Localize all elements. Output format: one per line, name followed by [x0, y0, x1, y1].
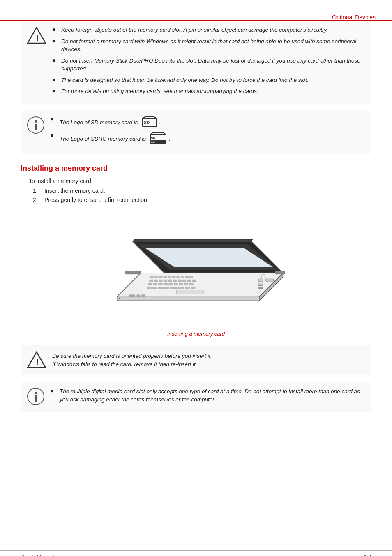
- info-box-1-content: The Logo of SD memory card is SD . The L…: [51, 116, 365, 149]
- svg-rect-24: [177, 276, 180, 278]
- warning-box-1: ! Keep foreign objects out of the memory…: [21, 21, 371, 104]
- warning-item-5: For more details on using memory cards, …: [52, 87, 365, 95]
- svg-rect-66: [125, 271, 141, 274]
- svg-rect-54: [258, 279, 263, 282]
- svg-rect-44: [179, 283, 183, 285]
- info-item-2-1: The multiple digital media card slot onl…: [51, 387, 365, 403]
- svg-rect-45: [184, 283, 188, 285]
- warning-item-3: Do not insert Memory Stick Duo/PRO Duo i…: [52, 57, 365, 73]
- warning-list-1: Keep foreign objects out of the memory c…: [52, 26, 365, 95]
- page-footer: User's Manual 8-4: [0, 550, 392, 556]
- svg-rect-29: [154, 280, 158, 282]
- section-heading: Installing a memory card: [21, 164, 371, 173]
- warning-icon: !: [27, 26, 46, 46]
- warning-item-1: Keep foreign objects out of the memory c…: [52, 26, 365, 34]
- svg-rect-56: [258, 287, 263, 288]
- svg-rect-25: [181, 276, 184, 278]
- svg-rect-58: [265, 279, 273, 281]
- svg-rect-61: [141, 295, 145, 297]
- svg-rect-18: [150, 276, 154, 278]
- svg-rect-42: [169, 283, 173, 285]
- illustration-caption: Inserting a memory card: [167, 331, 225, 337]
- svg-rect-46: [189, 283, 194, 285]
- svg-rect-20: [159, 276, 163, 278]
- svg-text:SD: SD: [151, 136, 155, 140]
- info-icon-1: [27, 116, 45, 134]
- svg-point-3: [35, 120, 37, 123]
- svg-rect-33: [173, 280, 177, 282]
- svg-rect-35: [182, 280, 186, 282]
- svg-rect-51: [185, 287, 190, 289]
- svg-marker-9: [150, 132, 166, 134]
- warning-box-1-content: Keep foreign objects out of the memory c…: [52, 26, 365, 99]
- svg-rect-48: [152, 287, 157, 289]
- svg-text:SD: SD: [144, 120, 150, 125]
- svg-rect-28: [150, 280, 153, 282]
- svg-text:!: !: [36, 32, 39, 43]
- caution-box: ! Be sure the memory card is oriented pr…: [21, 345, 371, 375]
- svg-rect-52: [191, 287, 196, 289]
- section-title: Optional Devices: [332, 14, 376, 21]
- svg-marker-14: [117, 297, 259, 301]
- info-box-1: The Logo of SD memory card is SD . The L…: [21, 111, 371, 154]
- svg-rect-4: [35, 124, 37, 130]
- svg-rect-37: [192, 280, 196, 282]
- caution-icon: !: [27, 350, 46, 370]
- info-icon-2: [27, 387, 45, 405]
- svg-rect-55: [258, 283, 263, 286]
- footer-page-number: 8-4: [364, 554, 371, 556]
- info-box-2: The multiple digital media card slot onl…: [21, 382, 371, 412]
- svg-text:HC: HC: [151, 141, 156, 144]
- svg-rect-31: [164, 280, 167, 282]
- sdhc-logo-icon: SD HC: [150, 132, 166, 146]
- sd-logo-icon: SD: [142, 116, 157, 129]
- info-item-sdhc: The Logo of SDHC memory card is SD HC .: [51, 132, 365, 146]
- svg-rect-60: [137, 295, 140, 297]
- svg-rect-59: [129, 295, 135, 297]
- svg-rect-43: [174, 283, 178, 285]
- main-content: ! Keep foreign objects out of the memory…: [0, 12, 392, 438]
- svg-rect-32: [168, 280, 172, 282]
- warning-item-4: The card is designed so that it can be i…: [52, 76, 365, 84]
- svg-rect-67: [275, 271, 285, 274]
- svg-rect-26: [185, 276, 189, 278]
- step-2: 2. Press gently to ensure a firm connect…: [33, 197, 371, 203]
- intro-text: To install a memory card:: [29, 178, 371, 184]
- info-box-2-content: The multiple digital media card slot onl…: [51, 387, 365, 407]
- info-item-sd: The Logo of SD memory card is SD .: [51, 116, 365, 129]
- laptop-illustration: [93, 215, 299, 327]
- page-container: Optional Devices ! Keep foreign objects …: [0, 12, 392, 556]
- svg-rect-34: [178, 280, 182, 282]
- footer-manual-label: User's Manual: [21, 554, 55, 556]
- step-1: 1. Insert the memory card.: [33, 188, 371, 194]
- page-header: Optional Devices: [332, 14, 376, 21]
- svg-rect-36: [187, 280, 191, 282]
- svg-point-71: [35, 392, 37, 394]
- svg-rect-49: [158, 287, 169, 289]
- svg-rect-30: [159, 280, 163, 282]
- svg-rect-22: [168, 276, 171, 278]
- warning-item-2: Do not format a memory card with Windows…: [52, 37, 365, 53]
- steps-list: 1. Insert the memory card. 2. Press gent…: [33, 188, 371, 203]
- svg-rect-27: [190, 276, 193, 278]
- svg-rect-23: [172, 276, 175, 278]
- svg-rect-38: [148, 283, 152, 285]
- svg-rect-19: [155, 276, 158, 278]
- caution-text-content: Be sure the memory card is oriented prop…: [52, 352, 212, 369]
- svg-rect-40: [159, 283, 163, 285]
- svg-rect-50: [171, 287, 184, 289]
- svg-rect-39: [153, 283, 157, 285]
- svg-rect-21: [164, 276, 167, 278]
- info-list-2: The multiple digital media card slot onl…: [51, 387, 365, 403]
- svg-marker-6: [143, 116, 157, 118]
- svg-rect-47: [147, 287, 152, 289]
- svg-rect-53: [176, 290, 204, 294]
- svg-marker-65: [133, 239, 253, 241]
- illustration-area: Inserting a memory card: [21, 215, 371, 337]
- svg-text:!: !: [36, 357, 39, 367]
- svg-rect-41: [164, 283, 168, 285]
- svg-rect-72: [35, 395, 37, 402]
